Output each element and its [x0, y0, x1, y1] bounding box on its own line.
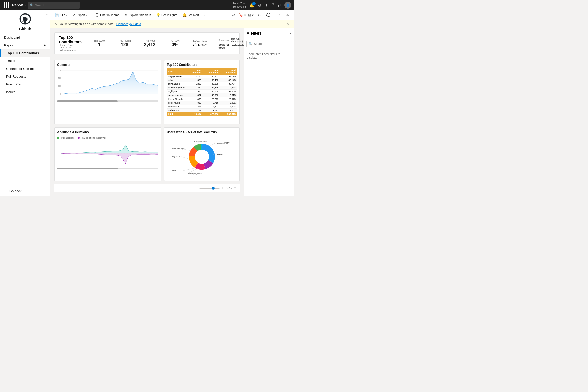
additions-chart-title: Additions & Deletions — [57, 130, 158, 134]
table-row: mshenhav 212 1,513 1,067 — [167, 109, 237, 112]
more-button[interactable]: ··· — [202, 12, 209, 18]
set-alert-button[interactable]: 🔔 Set alert — [180, 12, 201, 18]
avatar[interactable]: 👤 — [284, 2, 291, 9]
filters-title: Filters — [251, 31, 261, 35]
svg-text:guyinacube: guyinacube — [172, 169, 182, 171]
svg-point-2 — [27, 17, 28, 18]
filters-expand-btn[interactable]: › — [290, 31, 291, 36]
filters-header: ≡ Filters › — [244, 28, 294, 38]
main-layout: Github « Dashboard Report ∧ Top 100 Cont… — [0, 10, 294, 196]
get-insights-button[interactable]: 💡 Get insights — [154, 12, 179, 18]
table-row: peter-myers 339 9,716 3,991 — [167, 101, 237, 105]
file-chevron-icon: ▾ — [66, 14, 67, 16]
sidebar-section-report[interactable]: Report ∧ — [0, 41, 50, 49]
stats-refresh-group: Refresh time 7/21/2020 — [193, 40, 208, 47]
download-icon[interactable]: ⬇ — [265, 3, 268, 8]
sidebar-item-issues[interactable]: Issues — [0, 88, 50, 96]
file-button[interactable]: 📄 File ▾ — [53, 12, 69, 18]
insights-icon: 💡 — [156, 13, 160, 17]
svg-text:mihart: mihart — [217, 154, 223, 156]
toolbar-divider-1 — [91, 13, 91, 18]
zoom-slider[interactable] — [199, 188, 220, 189]
connect-data-link[interactable]: Connect your data — [116, 22, 141, 26]
sidebar: Github « Dashboard Report ∧ Top 100 Cont… — [0, 10, 50, 196]
search-input[interactable] — [28, 2, 80, 9]
zoom-plus-btn[interactable]: + — [222, 186, 224, 190]
stats-yoy: YoY Δ% 0% — [167, 39, 183, 47]
share-icon[interactable]: ⇄ — [278, 3, 281, 8]
notification-icon[interactable]: 🔔 2 — [249, 3, 254, 8]
report-canvas: Top 100 Contributors all time · Note: co… — [50, 28, 244, 196]
filters-empty-text: There aren't any filters to display. — [244, 49, 294, 62]
toolbar-right: ↩ 🔖 ▾ ⊡ ▾ ↻ 💭 ☆ ✏ — [230, 12, 291, 19]
svg-line-25 — [181, 157, 189, 159]
settings-icon[interactable]: ⚙ — [258, 3, 261, 8]
file-icon: 📄 — [55, 13, 59, 17]
view-button[interactable]: ⊡ ▾ — [247, 12, 254, 19]
stats-this-year: This year 2,412 — [142, 39, 157, 47]
svg-text:600: 600 — [58, 69, 61, 71]
edit-button[interactable]: ✏ — [284, 12, 291, 19]
donut-chart-area: maggiesMSFT mihart guyinacube markingmyn… — [167, 135, 237, 178]
svg-line-21 — [210, 143, 215, 146]
notification-badge: 2 — [252, 2, 256, 5]
refresh-button[interactable]: ↻ — [256, 12, 263, 19]
waffle-icon[interactable] — [3, 1, 10, 9]
alert-banner: ⚠ You're viewing this app with sample da… — [50, 20, 294, 28]
bookmark-button[interactable]: 🔖 ▾ — [239, 12, 246, 19]
alert-close-button[interactable]: ✕ — [287, 22, 290, 26]
undo-button[interactable]: ↩ — [230, 12, 237, 19]
table-row: davidiseminger 807 45,930 16,513 — [167, 93, 237, 97]
app-title[interactable]: Report ▾ — [12, 3, 26, 7]
table-row: maggiesMSFT 2,273 66,967 54,720 — [167, 75, 237, 78]
sidebar-item-contributor-commits[interactable]: Contributor Commits — [0, 65, 50, 73]
sidebar-item-punch-card[interactable]: Punch Card — [0, 80, 50, 88]
filters-search-icon: 🔍 — [249, 42, 252, 46]
explore-icon: ⊕ — [125, 13, 128, 17]
chat-teams-button[interactable]: 💬 Chat in Teams — [93, 12, 121, 18]
charts-row-2: Additions & Deletions Total additions To… — [54, 127, 240, 181]
col-user: user — [167, 68, 186, 75]
stats-subtitle: all time · Note: commits data excludes m… — [59, 44, 82, 51]
sidebar-item-top100[interactable]: Top 100 Contributors — [0, 49, 50, 57]
fit-icon[interactable]: ⊡ — [234, 186, 237, 190]
filters-search-input[interactable] — [254, 42, 292, 46]
search-icon: 🔍 — [30, 3, 34, 7]
go-back-button[interactable]: ← Go back — [0, 186, 50, 196]
legend-additions: Total additions — [57, 137, 75, 139]
contributors-table: user total commits total additions total… — [167, 68, 237, 116]
svg-line-24 — [182, 168, 195, 171]
additions-chart-area — [57, 141, 158, 169]
report-title: Top 100 Contributors — [59, 35, 82, 44]
svg-point-13 — [195, 150, 209, 164]
col-additions: total additions — [202, 68, 220, 75]
stats-this-month: This month 128 — [117, 39, 132, 47]
zoom-minus-btn[interactable]: − — [195, 186, 197, 190]
export-button[interactable]: ↗ Export ▾ — [70, 12, 90, 18]
sidebar-item-dashboard[interactable]: Dashboard — [0, 34, 50, 41]
chevron-down-icon: ▾ — [24, 4, 26, 7]
sidebar-nav: Dashboard Report ∧ Top 100 Contributors … — [0, 31, 50, 186]
additions-svg — [57, 141, 158, 166]
charts-row-1: Commits 600 400 200 0 — [54, 60, 240, 124]
sidebar-item-traffic[interactable]: Traffic — [0, 57, 50, 65]
filters-panel: ≡ Filters › 🔍 There aren't any filters t… — [244, 28, 294, 196]
chevron-up-icon: ∧ — [44, 43, 46, 47]
svg-text:400: 400 — [58, 77, 61, 79]
help-icon[interactable]: ? — [272, 3, 274, 7]
topbar-right: Fabric Trial: 59 days left 🔔 2 ⚙ ⬇ ? ⇄ 👤 — [233, 2, 291, 9]
stats-title-group: Top 100 Contributors all time · Note: co… — [59, 35, 82, 51]
filter-icon: ≡ — [247, 31, 249, 35]
comment-button[interactable]: 💭 — [264, 12, 272, 19]
sidebar-item-pull-requests[interactable]: Pull Requests — [0, 73, 50, 80]
toolbar-divider-2 — [274, 13, 274, 18]
explore-data-button[interactable]: ⊕ Explore this data — [123, 12, 153, 18]
sidebar-collapse-btn[interactable]: « — [46, 12, 48, 17]
favorite-button[interactable]: ☆ — [276, 12, 283, 19]
teams-icon: 💬 — [95, 13, 99, 17]
donut-chart-card: Users with > 2.5% of total commits — [164, 127, 240, 181]
table-row: Minewiskan 214 4,523 2,923 — [167, 105, 237, 109]
back-arrow-icon: ← — [4, 189, 7, 193]
stats-this-week: This week 1 — [92, 39, 107, 47]
report-with-filters: Top 100 Contributors all time · Note: co… — [50, 28, 294, 196]
